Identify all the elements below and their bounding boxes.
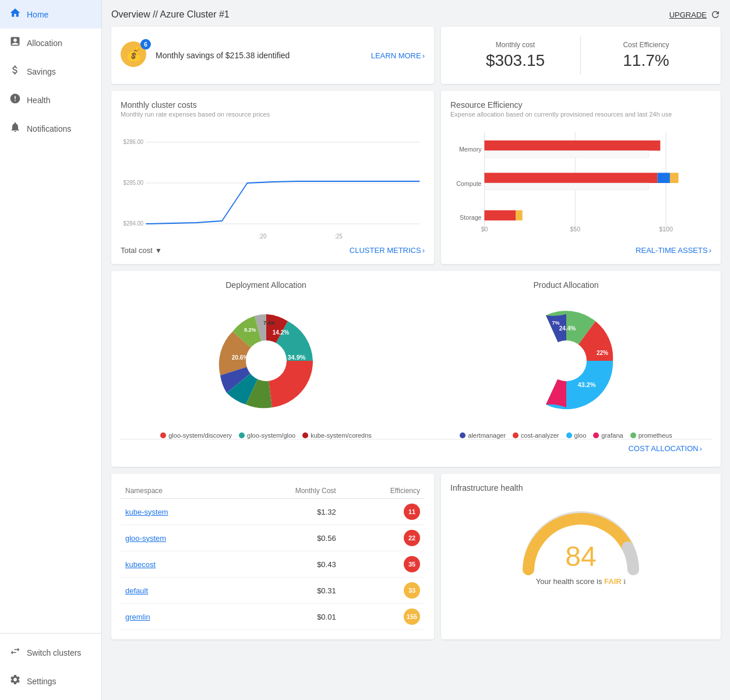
sidebar-item-allocation[interactable]: Allocation	[0, 29, 101, 57]
sidebar-nav: Home Allocation Savings Health	[0, 0, 101, 633]
deployment-pie-container: 34.9% 14.2% 20.6% 8.2% 7.4%	[121, 297, 411, 425]
legend-item-coredns: kube-system/coredns	[302, 432, 372, 439]
savings-icon-wrap: 💰 6	[121, 41, 149, 69]
table-row: gloo-system $0.56 22	[121, 525, 425, 551]
svg-rect-21	[516, 210, 523, 221]
sidebar-item-notifications[interactable]: Notifications	[0, 114, 101, 143]
legend-dot	[460, 432, 465, 438]
legend-item-prometheus: prometheus	[630, 432, 672, 439]
allocation-icon	[9, 36, 21, 50]
legend-item-gloo: gloo-system/gloo	[239, 432, 295, 439]
health-icon	[9, 93, 21, 107]
resource-efficiency-title: Resource Efficiency	[450, 100, 711, 110]
cost-efficiency-value: 11.7%	[590, 51, 702, 70]
legend-dot	[513, 432, 519, 438]
health-card-title: Infrastructure health	[450, 483, 711, 493]
sidebar-item-switch-clusters[interactable]: Switch clusters	[0, 638, 101, 667]
monthly-cost-value: $303.15	[460, 51, 571, 70]
notifications-icon	[9, 121, 21, 136]
legend-item-cost-analyzer: cost-analyzer	[513, 432, 559, 439]
upgrade-button[interactable]: UPGRADE	[669, 10, 707, 19]
svg-text:7%: 7%	[552, 320, 559, 326]
legend-dot	[239, 432, 245, 438]
legend-dot	[630, 432, 636, 438]
svg-text:24.4%: 24.4%	[559, 325, 575, 332]
efficiency-badge: 22	[404, 530, 420, 546]
svg-text::20: :20	[259, 233, 267, 240]
legend-item-discovery: gloo-system/discovery	[160, 432, 232, 439]
bottom-row: Namespace Monthly Cost Efficiency kube-s…	[111, 474, 721, 639]
line-chart-footer: Total cost ▼ CLUSTER METRICS ›	[121, 246, 425, 255]
legend-item-gloo-prod: gloo	[566, 432, 587, 439]
sidebar-item-home[interactable]: Home	[0, 0, 101, 29]
sidebar-health-label: Health	[27, 96, 50, 105]
efficiency-badge: 35	[404, 556, 420, 572]
legend-dot	[566, 432, 572, 438]
settings-icon	[9, 674, 21, 688]
namespace-link[interactable]: kubecost	[125, 560, 156, 569]
product-pie-container: 43.2% 22% 24.4% 7%	[421, 297, 711, 425]
sidebar-savings-label: Savings	[27, 67, 56, 76]
sidebar-item-health[interactable]: Health	[0, 86, 101, 114]
svg-text:8.2%: 8.2%	[244, 327, 256, 333]
svg-text:43.2%: 43.2%	[577, 381, 595, 388]
svg-rect-15	[484, 150, 648, 157]
monthly-cost-cell: $0.01	[233, 604, 341, 630]
table-row: kube-system $1.32 11	[121, 499, 425, 525]
legend-dot	[302, 432, 308, 438]
allocation-grid: Deployment Allocation	[121, 280, 711, 439]
svg-point-31	[546, 340, 587, 381]
sidebar-item-settings[interactable]: Settings	[0, 667, 101, 695]
table-row: gremlin $0.01 155	[121, 604, 425, 630]
svg-rect-14	[484, 140, 660, 151]
health-score-area: 84 Your health score is FAIR ℹ	[450, 494, 711, 586]
legend-dot	[160, 432, 166, 438]
sidebar-notifications-label: Notifications	[27, 124, 71, 133]
svg-text:Storage: Storage	[460, 214, 482, 221]
deployment-pie-chart: 34.9% 14.2% 20.6% 8.2% 7.4%	[202, 297, 330, 425]
sidebar-allocation-label: Allocation	[27, 38, 62, 48]
efficiency-cell: 35	[341, 551, 425, 578]
svg-text:$0: $0	[481, 226, 488, 233]
namespace-table-card: Namespace Monthly Cost Efficiency kube-s…	[111, 474, 434, 639]
svg-rect-19	[484, 183, 648, 190]
deployment-allocation-title: Deployment Allocation	[121, 280, 411, 290]
svg-rect-18	[670, 173, 679, 183]
svg-text:Compute: Compute	[456, 180, 481, 187]
cluster-costs-title: Monthly cluster costs	[121, 100, 425, 110]
svg-text:$100: $100	[659, 226, 673, 233]
namespace-link[interactable]: gloo-system	[125, 534, 166, 543]
total-cost-label[interactable]: Total cost ▼	[121, 246, 162, 255]
sidebar-item-savings[interactable]: Savings	[0, 57, 101, 86]
resource-efficiency-subtitle: Expense allocation based on currently pr…	[450, 111, 711, 118]
namespace-link[interactable]: kube-system	[125, 508, 168, 516]
savings-icon	[9, 64, 21, 79]
health-score-number: 84	[565, 540, 596, 572]
savings-text: Monthly savings of $215.38 identified	[156, 51, 290, 60]
cost-allocation-link[interactable]: COST ALLOCATION ›	[121, 439, 711, 458]
namespace-link[interactable]: gremlin	[125, 613, 150, 621]
svg-text:34.9%: 34.9%	[287, 354, 305, 361]
product-pie-chart: 43.2% 22% 24.4% 7%	[502, 297, 630, 425]
resource-efficiency-card: Resource Efficiency Expense allocation b…	[441, 91, 721, 264]
line-chart-svg: $286.00 $285.00 $284.00 :20 :25	[121, 125, 425, 241]
health-card: Infrastructure health 84 Your health sco…	[441, 474, 721, 639]
real-time-assets-link[interactable]: REAL-TIME ASSETS ›	[450, 246, 711, 255]
svg-rect-20	[484, 210, 516, 221]
monthly-cost-label: Monthly cost	[460, 41, 571, 49]
settings-label: Settings	[27, 677, 57, 686]
cluster-metrics-link[interactable]: CLUSTER METRICS ›	[350, 246, 425, 255]
refresh-icon[interactable]	[710, 9, 721, 20]
namespace-link[interactable]: default	[125, 586, 148, 595]
product-allocation-section: Product Allocation	[421, 280, 711, 439]
svg-text::25: :25	[334, 233, 343, 240]
efficiency-cell: 22	[341, 525, 425, 551]
learn-more-link[interactable]: LEARN MORE ›	[371, 51, 425, 60]
monthly-cost-item: Monthly cost $303.15	[450, 36, 581, 75]
top-row: 💰 6 Monthly savings of $215.38 identifie…	[111, 27, 721, 84]
product-legend: alertmanager cost-analyzer gloo grafana	[421, 432, 711, 439]
product-allocation-title: Product Allocation	[421, 280, 711, 290]
monthly-cost-cell: $0.43	[233, 551, 341, 578]
allocation-card: Deployment Allocation	[111, 271, 721, 467]
bar-chart-svg: Memory Compute Storage	[450, 125, 711, 241]
